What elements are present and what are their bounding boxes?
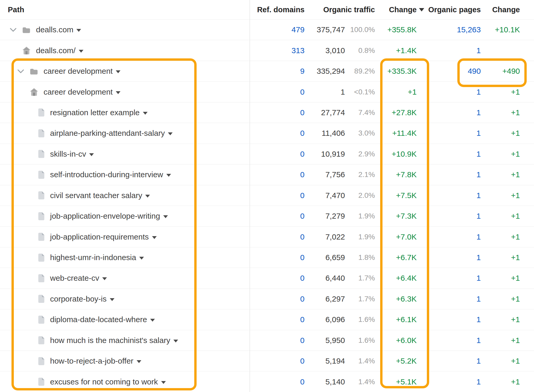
dropdown-caret-icon[interactable] [173, 340, 178, 342]
col-header-ref-domains[interactable]: Ref. domains [250, 0, 305, 19]
organic-pages-value[interactable]: 1 [417, 102, 481, 123]
file-icon [38, 315, 45, 324]
ref-domains-value[interactable]: 0 [250, 371, 305, 392]
organic-pages-value[interactable]: 490 [417, 61, 481, 81]
path-label[interactable]: excuses for not coming to work [50, 377, 158, 386]
dropdown-caret-icon[interactable] [116, 70, 120, 73]
path-label[interactable]: skills-in-cv [50, 150, 86, 158]
path-label[interactable]: web-create-cv [50, 274, 99, 283]
dropdown-caret-icon[interactable] [79, 50, 83, 53]
path-label[interactable]: resignation letter example [50, 108, 140, 117]
dropdown-caret-icon[interactable] [152, 236, 157, 239]
col-header-path[interactable]: Path [0, 0, 250, 19]
col-header-change[interactable]: Change [375, 0, 417, 19]
organic-pages-value[interactable]: 1 [417, 164, 481, 185]
organic-pages-value[interactable]: 1 [417, 289, 481, 309]
ref-domains-value[interactable]: 0 [250, 144, 305, 164]
file-icon [38, 357, 45, 365]
chevron-down-icon[interactable] [10, 28, 16, 32]
ref-domains-value[interactable]: 313 [250, 40, 305, 60]
path-label[interactable]: dealls.com [36, 25, 73, 34]
organic-traffic-value: 6,096 [305, 309, 345, 330]
ref-domains-value[interactable]: 0 [250, 330, 305, 351]
table-row-excuses-for-not-coming-to-work: excuses for not coming to work 0 5,140 1… [0, 371, 534, 392]
organic-pages-value[interactable]: 1 [417, 309, 481, 330]
ref-domains-value[interactable]: 0 [250, 247, 305, 268]
pages-change-value: +10.1K [481, 20, 520, 40]
dropdown-caret-icon[interactable] [168, 132, 173, 135]
path-cell: skills-in-cv [0, 144, 250, 164]
col-header-pages-change[interactable]: Change [481, 0, 520, 19]
ref-domains-value[interactable]: 479 [250, 20, 305, 40]
organic-pages-value[interactable]: 1 [417, 123, 481, 143]
dropdown-caret-icon[interactable] [76, 29, 81, 32]
col-header-organic-pages[interactable]: Organic pages [417, 0, 481, 19]
ref-domains-value[interactable]: 0 [250, 289, 305, 309]
dropdown-caret-icon[interactable] [163, 215, 168, 218]
path-label[interactable]: how much is the machinist's salary [50, 336, 170, 345]
path-label[interactable]: highest-umr-in-indonesia [50, 253, 136, 262]
chevron-down-icon[interactable] [17, 69, 24, 73]
path-label[interactable]: job-application-requirements [50, 232, 149, 241]
organic-pages-value[interactable]: 1 [417, 268, 481, 288]
ref-domains-value[interactable]: 0 [250, 123, 305, 143]
dropdown-caret-icon[interactable] [166, 174, 171, 177]
ref-domains-value[interactable]: 0 [250, 185, 305, 206]
organic-pages-value[interactable]: 15,263 [417, 20, 481, 40]
ref-domains-value[interactable]: 0 [250, 226, 305, 247]
ref-domains-value[interactable]: 0 [250, 351, 305, 371]
path-label[interactable]: how-to-reject-a-job-offer [50, 357, 134, 365]
ref-domains-value[interactable]: 9 [250, 61, 305, 81]
file-icon [38, 129, 45, 138]
site-structure-table: Path Ref. domains Organic traffic Change… [0, 0, 534, 392]
organic-pages-value[interactable]: 1 [417, 82, 481, 102]
organic-pages-value[interactable]: 1 [417, 226, 481, 247]
organic-pages-value[interactable]: 1 [417, 247, 481, 268]
traffic-change-value: +6.7K [375, 247, 417, 268]
organic-pages-value[interactable]: 1 [417, 371, 481, 392]
dropdown-caret-icon[interactable] [89, 153, 94, 156]
path-label[interactable]: airplane-parking-attendant-salary [50, 129, 165, 138]
table-row-dealls-com: dealls.com 479 375,747 100.0% +355.8K 15… [0, 19, 534, 40]
ref-domains-value[interactable]: 0 [250, 309, 305, 330]
ref-domains-value[interactable]: 0 [250, 82, 305, 102]
organic-pages-value[interactable]: 1 [417, 185, 481, 206]
ref-domains-value[interactable]: 0 [250, 102, 305, 123]
folder-icon [22, 26, 31, 33]
traffic-change-value: +335.3K [375, 61, 417, 81]
path-label[interactable]: job-application-envelope-writing [50, 212, 160, 220]
dropdown-caret-icon[interactable] [143, 112, 148, 115]
path-label[interactable]: diploma-date-located-where [50, 315, 147, 324]
traffic-change-value: +10.9K [375, 144, 417, 164]
dropdown-caret-icon[interactable] [145, 195, 150, 198]
ref-domains-value[interactable]: 0 [250, 206, 305, 226]
path-label[interactable]: career development [44, 88, 113, 96]
ref-domains-value[interactable]: 0 [250, 268, 305, 288]
path-label[interactable]: corporate-boy-is [50, 295, 107, 303]
path-label[interactable]: career development [44, 67, 113, 76]
pages-change-value: +1 [481, 123, 520, 143]
organic-pages-value[interactable]: 1 [417, 206, 481, 226]
dropdown-caret-icon[interactable] [139, 257, 144, 260]
traffic-percent: 0.8% [345, 40, 375, 60]
path-cell: self-introduction-during-interview [0, 164, 250, 185]
path-cell: how-to-reject-a-job-offer [0, 351, 250, 371]
dropdown-caret-icon[interactable] [137, 360, 141, 363]
dropdown-caret-icon[interactable] [150, 319, 155, 322]
dropdown-caret-icon[interactable] [161, 381, 166, 384]
dropdown-caret-icon[interactable] [102, 277, 107, 280]
file-icon [38, 253, 45, 262]
organic-traffic-value: 6,440 [305, 268, 345, 288]
dropdown-caret-icon[interactable] [110, 298, 114, 301]
path-label[interactable]: self-introduction-during-interview [50, 170, 163, 179]
organic-pages-value[interactable]: 1 [417, 40, 481, 60]
ref-domains-value[interactable]: 0 [250, 164, 305, 185]
path-label[interactable]: dealls.com/ [36, 46, 76, 55]
traffic-percent: 89.2% [345, 61, 375, 81]
dropdown-caret-icon[interactable] [116, 91, 120, 94]
path-label[interactable]: civil servant teacher salary [50, 191, 142, 200]
col-header-organic-traffic[interactable]: Organic traffic [305, 0, 375, 19]
organic-pages-value[interactable]: 1 [417, 144, 481, 164]
organic-pages-value[interactable]: 1 [417, 351, 481, 371]
organic-pages-value[interactable]: 1 [417, 330, 481, 351]
